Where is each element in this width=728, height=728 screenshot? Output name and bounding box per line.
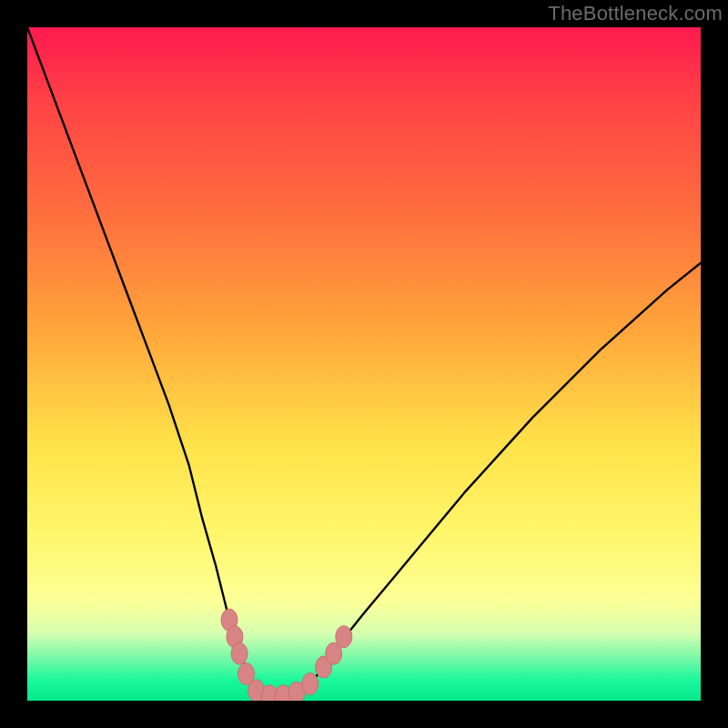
chart-frame: TheBottleneck.com: [0, 0, 728, 728]
bottleneck-curve: [27, 27, 701, 697]
marker-point: [231, 642, 248, 664]
curve-layer: [27, 27, 701, 701]
plot-area: [27, 27, 701, 701]
markers-group: [221, 609, 352, 701]
marker-point: [302, 673, 318, 695]
watermark-text: TheBottleneck.com: [548, 2, 723, 25]
marker-point: [336, 626, 352, 648]
